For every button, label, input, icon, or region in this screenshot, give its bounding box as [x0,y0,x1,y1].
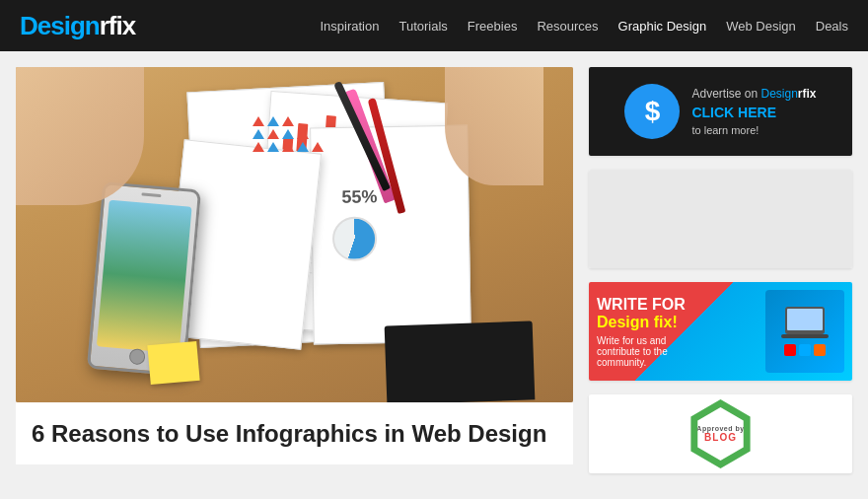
hand-right [445,67,543,185]
ad-brand-first: Design [761,87,798,101]
write-for-us-banner: WRITE FOR Design fix! Write for us and c… [589,282,852,381]
badge-blog-text: BLOG [704,432,737,443]
ad-top-text: Advertise on Designrfix [691,87,816,101]
infographic-triangles [253,116,324,152]
desk-scene-bg: 55% [16,67,573,402]
laptop-screen [787,309,823,330]
nav-resources[interactable]: Resources [537,19,598,34]
hexagon-badge: Approved by BLOG [687,399,756,468]
write-line3: Write for us and contribute to the commu… [597,335,758,368]
write-line2: Design fix! [597,314,758,331]
laptop-icon [785,307,825,334]
write-for-us-box[interactable]: WRITE FOR Design fix! Write for us and c… [589,282,852,381]
phone-screen [97,200,192,354]
advertise-box[interactable]: $ Advertise on Designrfix CLICK HERE to … [589,67,852,156]
dollar-symbol: $ [645,96,661,127]
nav-tutorials[interactable]: Tutorials [398,19,447,34]
sticky-note [147,341,199,385]
software-icons [784,344,826,356]
ad-brand-second: rfix [798,87,817,101]
ps-icon [799,344,811,356]
empty-ad-placeholder [589,170,852,268]
empty-ad-box [589,170,852,268]
ad-click-here: CLICK HERE [691,104,816,121]
page-content: 55% [0,51,868,489]
write-image-side [765,290,844,373]
advertise-banner: $ Advertise on Designrfix CLICK HERE to … [589,67,852,156]
click-here-text: CLICK HERE [691,105,776,120]
main-nav: Inspiration Tutorials Freebies Resources… [320,19,848,34]
sidebar: $ Advertise on Designrfix CLICK HERE to … [589,67,852,473]
nav-graphic-design[interactable]: Graphic Design [618,19,707,34]
id-icon [814,344,826,356]
site-header: Designrfix Inspiration Tutorials Freebie… [0,0,868,51]
ai-icon [784,344,796,356]
nav-deals[interactable]: Deals [816,19,848,34]
main-column: 55% [16,67,573,473]
hexagon-inner: Approved by BLOG [694,407,748,461]
ad-sub-text: to learn more! [691,124,816,136]
nav-inspiration[interactable]: Inspiration [320,19,379,34]
nav-freebies[interactable]: Freebies [468,19,518,34]
dollar-icon-circle: $ [624,84,680,139]
write-line1: WRITE FOR [597,295,758,314]
laptop-container [785,307,825,334]
post-title-text: 6 Reasons to Use Infographics in Web Des… [32,418,557,449]
post-title-block[interactable]: 6 Reasons to Use Infographics in Web Des… [16,402,573,464]
ad-prefix: Advertise on [691,87,760,101]
black-folder [385,321,536,402]
nav-web-design[interactable]: Web Design [726,19,796,34]
featured-image[interactable]: 55% [16,67,573,402]
logo-second: rfix [100,11,135,40]
ad-text-column: Advertise on Designrfix CLICK HERE to le… [691,87,816,136]
logo-first: Design [20,11,100,40]
write-text-column: WRITE FOR Design fix! Write for us and c… [597,295,758,368]
badge-approved-text: Approved by [696,425,744,432]
blog-badge-box: Approved by BLOG [589,394,852,473]
site-logo[interactable]: Designrfix [20,11,135,41]
